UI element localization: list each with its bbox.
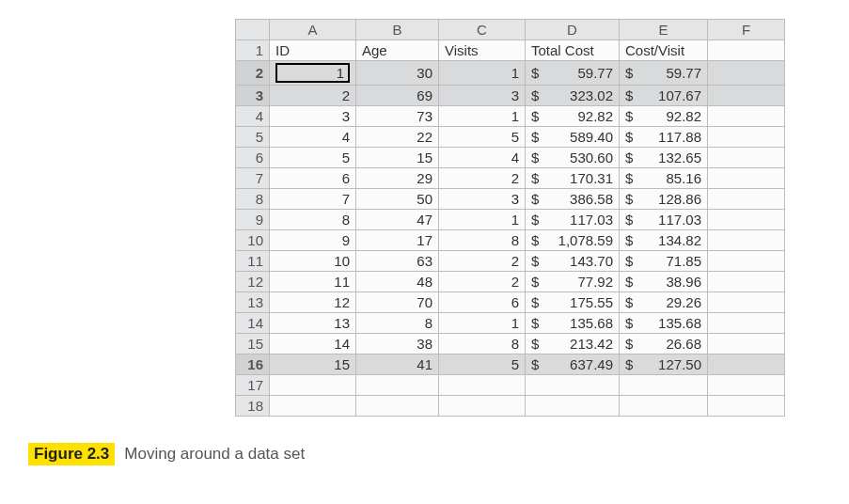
cell-F11[interactable] <box>708 251 785 272</box>
cell-C11[interactable]: 2 <box>439 251 526 272</box>
cell-B18[interactable] <box>356 396 439 417</box>
cell-E4[interactable]: $92.82 <box>620 106 708 127</box>
cell-C15[interactable]: 8 <box>439 334 526 354</box>
cell-C8[interactable]: 3 <box>439 189 526 210</box>
cell-B2[interactable]: 30 <box>356 61 439 86</box>
cell-F3[interactable] <box>708 86 785 106</box>
row-header-14[interactable]: 14 <box>236 313 270 334</box>
cell-F10[interactable] <box>708 230 785 251</box>
cell-F13[interactable] <box>708 292 785 313</box>
cell-C10[interactable]: 8 <box>439 230 526 251</box>
cell-E17[interactable] <box>620 375 708 396</box>
cell-D18[interactable] <box>526 396 620 417</box>
cell-F5[interactable] <box>708 127 785 148</box>
cell-F2[interactable] <box>708 61 785 86</box>
cell-C2[interactable]: 1 <box>439 61 526 86</box>
cell-A13[interactable]: 12 <box>270 292 356 313</box>
row-header-5[interactable]: 5 <box>236 127 270 148</box>
row-header-15[interactable]: 15 <box>236 334 270 354</box>
cell-E8[interactable]: $128.86 <box>620 189 708 210</box>
row-header-8[interactable]: 8 <box>236 189 270 210</box>
cell-B9[interactable]: 47 <box>356 210 439 230</box>
cell-A11[interactable]: 10 <box>270 251 356 272</box>
cell-A15[interactable]: 14 <box>270 334 356 354</box>
cell-C17[interactable] <box>439 375 526 396</box>
row-header-2[interactable]: 2 <box>236 61 270 86</box>
row-header-13[interactable]: 13 <box>236 292 270 313</box>
cell-F15[interactable] <box>708 334 785 354</box>
select-all-corner[interactable] <box>236 20 270 40</box>
cell-E2[interactable]: $59.77 <box>620 61 708 86</box>
cell-A14[interactable]: 13 <box>270 313 356 334</box>
cell-B6[interactable]: 15 <box>356 148 439 168</box>
cell-B15[interactable]: 38 <box>356 334 439 354</box>
cell-E1[interactable]: Cost/Visit <box>620 40 708 61</box>
cell-D1[interactable]: Total Cost <box>526 40 620 61</box>
row-header-16[interactable]: 16 <box>236 354 270 375</box>
cell-D4[interactable]: $92.82 <box>526 106 620 127</box>
cell-B14[interactable]: 8 <box>356 313 439 334</box>
cell-E10[interactable]: $134.82 <box>620 230 708 251</box>
cell-C9[interactable]: 1 <box>439 210 526 230</box>
column-header-C[interactable]: C <box>439 20 526 40</box>
cell-D17[interactable] <box>526 375 620 396</box>
cell-F12[interactable] <box>708 272 785 292</box>
cell-E12[interactable]: $38.96 <box>620 272 708 292</box>
cell-A3[interactable]: 2 <box>270 86 356 106</box>
cell-B13[interactable]: 70 <box>356 292 439 313</box>
cell-D9[interactable]: $117.03 <box>526 210 620 230</box>
column-header-F[interactable]: F <box>708 20 785 40</box>
cell-D13[interactable]: $175.55 <box>526 292 620 313</box>
cell-A9[interactable]: 8 <box>270 210 356 230</box>
cell-F16[interactable] <box>708 354 785 375</box>
cell-D10[interactable]: $1,078.59 <box>526 230 620 251</box>
row-header-1[interactable]: 1 <box>236 40 270 61</box>
cell-B17[interactable] <box>356 375 439 396</box>
row-header-18[interactable]: 18 <box>236 396 270 417</box>
spreadsheet-grid[interactable]: ABCDEF 1IDAgeVisitsTotal CostCost/Visit2… <box>235 19 785 417</box>
cell-B11[interactable]: 63 <box>356 251 439 272</box>
cell-B8[interactable]: 50 <box>356 189 439 210</box>
cell-A16[interactable]: 15 <box>270 354 356 375</box>
cell-E5[interactable]: $117.88 <box>620 127 708 148</box>
cell-F14[interactable] <box>708 313 785 334</box>
cell-A8[interactable]: 7 <box>270 189 356 210</box>
cell-E6[interactable]: $132.65 <box>620 148 708 168</box>
row-header-9[interactable]: 9 <box>236 210 270 230</box>
cell-A18[interactable] <box>270 396 356 417</box>
cell-E9[interactable]: $117.03 <box>620 210 708 230</box>
row-header-10[interactable]: 10 <box>236 230 270 251</box>
cell-A6[interactable]: 5 <box>270 148 356 168</box>
cell-D8[interactable]: $386.58 <box>526 189 620 210</box>
cell-D3[interactable]: $323.02 <box>526 86 620 106</box>
cell-D11[interactable]: $143.70 <box>526 251 620 272</box>
cell-B16[interactable]: 41 <box>356 354 439 375</box>
cell-F9[interactable] <box>708 210 785 230</box>
cell-F6[interactable] <box>708 148 785 168</box>
cell-A4[interactable]: 3 <box>270 106 356 127</box>
cell-D14[interactable]: $135.68 <box>526 313 620 334</box>
cell-C3[interactable]: 3 <box>439 86 526 106</box>
cell-D6[interactable]: $530.60 <box>526 148 620 168</box>
row-header-12[interactable]: 12 <box>236 272 270 292</box>
cell-E3[interactable]: $107.67 <box>620 86 708 106</box>
cell-D15[interactable]: $213.42 <box>526 334 620 354</box>
cell-C1[interactable]: Visits <box>439 40 526 61</box>
cell-E16[interactable]: $127.50 <box>620 354 708 375</box>
cell-A1[interactable]: ID <box>270 40 356 61</box>
column-header-A[interactable]: A <box>270 20 356 40</box>
cell-A12[interactable]: 11 <box>270 272 356 292</box>
row-header-3[interactable]: 3 <box>236 86 270 106</box>
cell-C4[interactable]: 1 <box>439 106 526 127</box>
row-header-4[interactable]: 4 <box>236 106 270 127</box>
cell-B3[interactable]: 69 <box>356 86 439 106</box>
cell-B5[interactable]: 22 <box>356 127 439 148</box>
cell-B7[interactable]: 29 <box>356 168 439 189</box>
column-header-B[interactable]: B <box>356 20 439 40</box>
cell-D2[interactable]: $59.77 <box>526 61 620 86</box>
cell-F4[interactable] <box>708 106 785 127</box>
cell-D5[interactable]: $589.40 <box>526 127 620 148</box>
cell-D12[interactable]: $77.92 <box>526 272 620 292</box>
column-header-E[interactable]: E <box>620 20 708 40</box>
cell-B10[interactable]: 17 <box>356 230 439 251</box>
